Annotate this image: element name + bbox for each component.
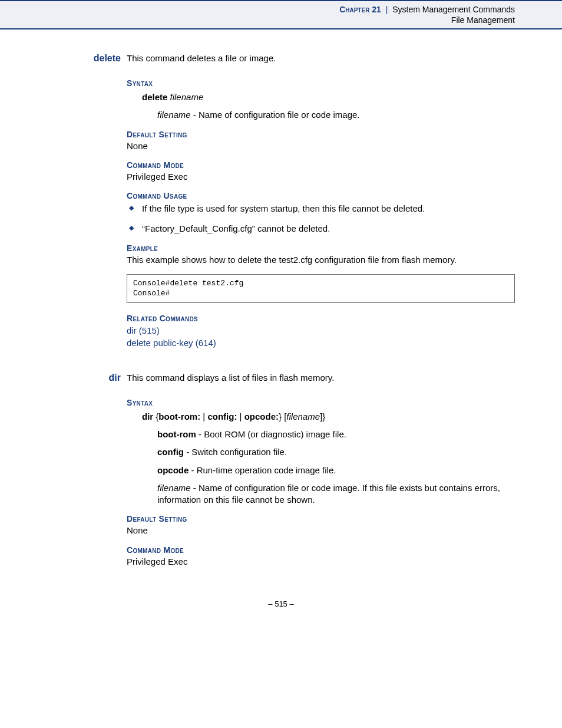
example-desc: This example shows how to delete the tes… [127, 254, 515, 266]
dir-syntax-block: dir {boot-rom: | config: | opcode:} [fil… [142, 411, 515, 506]
syntax-heading: Syntax [127, 398, 515, 407]
default-heading: Default Setting [127, 130, 515, 139]
related-link[interactable]: dir (515) [127, 325, 160, 335]
mode-heading: Command Mode [127, 545, 515, 555]
header-subtitle: File Management [0, 15, 515, 25]
header-title: System Management Commands [392, 5, 515, 14]
arg-label: filename [157, 110, 191, 120]
delete-syntax-line: delete filename [142, 91, 515, 103]
param-filename: filename - Name of configuration file or… [157, 482, 515, 506]
usage-heading: Command Usage [127, 191, 515, 200]
delete-syntax-block: delete filename filename - Name of confi… [142, 91, 515, 121]
syntax-arg: filename [286, 411, 320, 421]
opt-config: config: [207, 411, 237, 421]
usage-item: If the file type is used for system star… [127, 203, 515, 215]
brace-close: } [ [279, 411, 286, 421]
pipe: | [200, 411, 207, 421]
default-value: None [127, 140, 515, 152]
bracket-close: ]} [320, 411, 325, 421]
usage-item: “Factory_Default_Config.cfg” cannot be d… [127, 223, 515, 235]
related-commands: dir (515) delete public-key (614) [127, 324, 515, 349]
command-entry-delete: delete This command deletes a file or im… [47, 53, 515, 349]
dir-syntax-sub: boot-rom - Boot ROM (or diagnostic) imag… [157, 429, 515, 506]
opt-opcode: opcode: [244, 411, 279, 421]
param-config: config - Switch configuration file. [157, 446, 515, 458]
related-link[interactable]: delete public-key (614) [127, 338, 216, 348]
param-opcode: opcode - Run-time operation code image f… [157, 465, 515, 476]
default-heading: Default Setting [127, 514, 515, 523]
default-value: None [127, 525, 515, 536]
delete-syntax-sub: filename - Name of configuration file or… [157, 109, 515, 121]
mode-heading: Command Mode [127, 160, 515, 170]
syntax-cmd: dir [142, 411, 153, 421]
dir-intro: This command displays a list of files in… [127, 373, 515, 383]
delete-intro: This command deletes a file or image. [127, 53, 515, 63]
related-heading: Related Commands [127, 314, 515, 323]
separator: | [386, 5, 388, 14]
syntax-arg: filename [170, 92, 204, 102]
usage-list: If the file type is used for system star… [127, 203, 515, 235]
arg-desc: - Name of configuration file or code ima… [191, 110, 360, 120]
param-boot-rom: boot-rom - Boot ROM (or diagnostic) imag… [157, 429, 515, 440]
page-body: delete This command deletes a file or im… [0, 29, 562, 626]
syntax-cmd: delete [142, 92, 167, 102]
opt-boot-rom: boot-rom: [158, 411, 200, 421]
command-body-dir: This command displays a list of files in… [127, 373, 515, 576]
dir-syntax-line: dir {boot-rom: | config: | opcode:} [fil… [142, 411, 515, 423]
command-body-delete: This command deletes a file or image. Sy… [127, 53, 515, 349]
mode-value: Privileged Exec [127, 171, 515, 183]
brace-open: { [153, 411, 158, 421]
page-header: Chapter 21 | System Management Commands … [0, 0, 562, 29]
command-entry-dir: dir This command displays a list of file… [47, 373, 515, 576]
syntax-heading: Syntax [127, 78, 515, 88]
example-heading: Example [127, 243, 515, 253]
command-name-dir: dir [47, 373, 127, 576]
page-footer: – 515 – [47, 599, 515, 608]
example-code: Console#delete test2.cfg Console# [127, 274, 515, 303]
mode-value: Privileged Exec [127, 556, 515, 568]
command-name-delete: delete [47, 53, 127, 349]
chapter-label: Chapter 21 [339, 5, 381, 14]
pipe: | [237, 411, 244, 421]
